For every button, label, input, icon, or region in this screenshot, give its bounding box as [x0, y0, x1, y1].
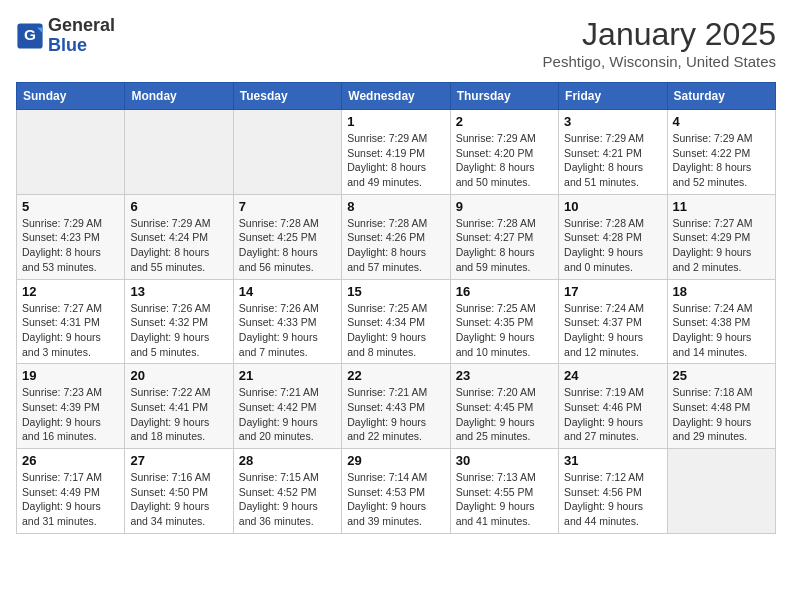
day-number: 2: [456, 114, 553, 129]
calendar-cell: 31Sunrise: 7:12 AMSunset: 4:56 PMDayligh…: [559, 449, 667, 534]
day-number: 4: [673, 114, 770, 129]
day-info: Sunrise: 7:22 AMSunset: 4:41 PMDaylight:…: [130, 385, 227, 444]
calendar-table: SundayMondayTuesdayWednesdayThursdayFrid…: [16, 82, 776, 534]
day-number: 29: [347, 453, 444, 468]
day-number: 27: [130, 453, 227, 468]
day-number: 6: [130, 199, 227, 214]
day-info: Sunrise: 7:20 AMSunset: 4:45 PMDaylight:…: [456, 385, 553, 444]
calendar-cell: 30Sunrise: 7:13 AMSunset: 4:55 PMDayligh…: [450, 449, 558, 534]
day-number: 3: [564, 114, 661, 129]
calendar-cell: 2Sunrise: 7:29 AMSunset: 4:20 PMDaylight…: [450, 110, 558, 195]
calendar-cell: 3Sunrise: 7:29 AMSunset: 4:21 PMDaylight…: [559, 110, 667, 195]
day-number: 13: [130, 284, 227, 299]
weekday-header-monday: Monday: [125, 83, 233, 110]
day-info: Sunrise: 7:23 AMSunset: 4:39 PMDaylight:…: [22, 385, 119, 444]
location: Peshtigo, Wisconsin, United States: [543, 53, 776, 70]
logo-general: General: [48, 16, 115, 36]
day-info: Sunrise: 7:29 AMSunset: 4:23 PMDaylight:…: [22, 216, 119, 275]
day-info: Sunrise: 7:26 AMSunset: 4:32 PMDaylight:…: [130, 301, 227, 360]
calendar-cell: 27Sunrise: 7:16 AMSunset: 4:50 PMDayligh…: [125, 449, 233, 534]
title-block: January 2025 Peshtigo, Wisconsin, United…: [543, 16, 776, 70]
day-info: Sunrise: 7:26 AMSunset: 4:33 PMDaylight:…: [239, 301, 336, 360]
week-row-1: 1Sunrise: 7:29 AMSunset: 4:19 PMDaylight…: [17, 110, 776, 195]
calendar-cell: 17Sunrise: 7:24 AMSunset: 4:37 PMDayligh…: [559, 279, 667, 364]
weekday-header-thursday: Thursday: [450, 83, 558, 110]
day-info: Sunrise: 7:13 AMSunset: 4:55 PMDaylight:…: [456, 470, 553, 529]
logo: G General Blue: [16, 16, 115, 56]
day-info: Sunrise: 7:29 AMSunset: 4:22 PMDaylight:…: [673, 131, 770, 190]
day-number: 11: [673, 199, 770, 214]
calendar-cell: 22Sunrise: 7:21 AMSunset: 4:43 PMDayligh…: [342, 364, 450, 449]
day-info: Sunrise: 7:28 AMSunset: 4:28 PMDaylight:…: [564, 216, 661, 275]
logo-icon: G: [16, 22, 44, 50]
day-number: 5: [22, 199, 119, 214]
day-info: Sunrise: 7:16 AMSunset: 4:50 PMDaylight:…: [130, 470, 227, 529]
day-info: Sunrise: 7:24 AMSunset: 4:38 PMDaylight:…: [673, 301, 770, 360]
week-row-4: 19Sunrise: 7:23 AMSunset: 4:39 PMDayligh…: [17, 364, 776, 449]
day-info: Sunrise: 7:25 AMSunset: 4:34 PMDaylight:…: [347, 301, 444, 360]
day-number: 1: [347, 114, 444, 129]
calendar-cell: 4Sunrise: 7:29 AMSunset: 4:22 PMDaylight…: [667, 110, 775, 195]
calendar-cell: 28Sunrise: 7:15 AMSunset: 4:52 PMDayligh…: [233, 449, 341, 534]
day-info: Sunrise: 7:28 AMSunset: 4:27 PMDaylight:…: [456, 216, 553, 275]
calendar-cell: 19Sunrise: 7:23 AMSunset: 4:39 PMDayligh…: [17, 364, 125, 449]
day-number: 28: [239, 453, 336, 468]
week-row-3: 12Sunrise: 7:27 AMSunset: 4:31 PMDayligh…: [17, 279, 776, 364]
calendar-cell: 29Sunrise: 7:14 AMSunset: 4:53 PMDayligh…: [342, 449, 450, 534]
weekday-header-friday: Friday: [559, 83, 667, 110]
calendar-cell: [17, 110, 125, 195]
day-number: 20: [130, 368, 227, 383]
day-number: 12: [22, 284, 119, 299]
day-number: 30: [456, 453, 553, 468]
calendar-cell: 15Sunrise: 7:25 AMSunset: 4:34 PMDayligh…: [342, 279, 450, 364]
calendar-cell: 24Sunrise: 7:19 AMSunset: 4:46 PMDayligh…: [559, 364, 667, 449]
day-info: Sunrise: 7:27 AMSunset: 4:29 PMDaylight:…: [673, 216, 770, 275]
day-number: 19: [22, 368, 119, 383]
calendar-cell: 14Sunrise: 7:26 AMSunset: 4:33 PMDayligh…: [233, 279, 341, 364]
weekday-header-tuesday: Tuesday: [233, 83, 341, 110]
week-row-2: 5Sunrise: 7:29 AMSunset: 4:23 PMDaylight…: [17, 194, 776, 279]
day-info: Sunrise: 7:19 AMSunset: 4:46 PMDaylight:…: [564, 385, 661, 444]
calendar-cell: 5Sunrise: 7:29 AMSunset: 4:23 PMDaylight…: [17, 194, 125, 279]
day-number: 15: [347, 284, 444, 299]
day-info: Sunrise: 7:29 AMSunset: 4:19 PMDaylight:…: [347, 131, 444, 190]
day-number: 22: [347, 368, 444, 383]
weekday-header-wednesday: Wednesday: [342, 83, 450, 110]
calendar-cell: 20Sunrise: 7:22 AMSunset: 4:41 PMDayligh…: [125, 364, 233, 449]
calendar-cell: 9Sunrise: 7:28 AMSunset: 4:27 PMDaylight…: [450, 194, 558, 279]
day-number: 18: [673, 284, 770, 299]
day-info: Sunrise: 7:29 AMSunset: 4:21 PMDaylight:…: [564, 131, 661, 190]
day-info: Sunrise: 7:27 AMSunset: 4:31 PMDaylight:…: [22, 301, 119, 360]
calendar-cell: [233, 110, 341, 195]
day-info: Sunrise: 7:15 AMSunset: 4:52 PMDaylight:…: [239, 470, 336, 529]
calendar-cell: 12Sunrise: 7:27 AMSunset: 4:31 PMDayligh…: [17, 279, 125, 364]
day-info: Sunrise: 7:24 AMSunset: 4:37 PMDaylight:…: [564, 301, 661, 360]
day-number: 16: [456, 284, 553, 299]
day-number: 23: [456, 368, 553, 383]
calendar-cell: 11Sunrise: 7:27 AMSunset: 4:29 PMDayligh…: [667, 194, 775, 279]
calendar-cell: 18Sunrise: 7:24 AMSunset: 4:38 PMDayligh…: [667, 279, 775, 364]
day-info: Sunrise: 7:17 AMSunset: 4:49 PMDaylight:…: [22, 470, 119, 529]
day-info: Sunrise: 7:12 AMSunset: 4:56 PMDaylight:…: [564, 470, 661, 529]
day-info: Sunrise: 7:14 AMSunset: 4:53 PMDaylight:…: [347, 470, 444, 529]
day-number: 7: [239, 199, 336, 214]
calendar-cell: [125, 110, 233, 195]
day-info: Sunrise: 7:28 AMSunset: 4:26 PMDaylight:…: [347, 216, 444, 275]
calendar-cell: 8Sunrise: 7:28 AMSunset: 4:26 PMDaylight…: [342, 194, 450, 279]
calendar-cell: 7Sunrise: 7:28 AMSunset: 4:25 PMDaylight…: [233, 194, 341, 279]
weekday-header-row: SundayMondayTuesdayWednesdayThursdayFrid…: [17, 83, 776, 110]
calendar-cell: 10Sunrise: 7:28 AMSunset: 4:28 PMDayligh…: [559, 194, 667, 279]
day-number: 14: [239, 284, 336, 299]
day-number: 9: [456, 199, 553, 214]
svg-text:G: G: [24, 26, 36, 43]
day-number: 26: [22, 453, 119, 468]
day-info: Sunrise: 7:25 AMSunset: 4:35 PMDaylight:…: [456, 301, 553, 360]
day-number: 31: [564, 453, 661, 468]
day-number: 8: [347, 199, 444, 214]
week-row-5: 26Sunrise: 7:17 AMSunset: 4:49 PMDayligh…: [17, 449, 776, 534]
day-info: Sunrise: 7:21 AMSunset: 4:43 PMDaylight:…: [347, 385, 444, 444]
calendar-cell: 1Sunrise: 7:29 AMSunset: 4:19 PMDaylight…: [342, 110, 450, 195]
day-number: 21: [239, 368, 336, 383]
page-header: G General Blue January 2025 Peshtigo, Wi…: [16, 16, 776, 70]
calendar-cell: 13Sunrise: 7:26 AMSunset: 4:32 PMDayligh…: [125, 279, 233, 364]
